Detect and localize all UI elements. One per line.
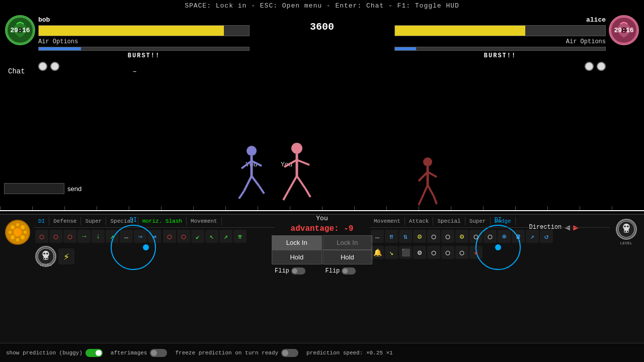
right-icon-17[interactable]: ⚙ [413, 246, 426, 259]
left-icon-2[interactable]: ◯ [49, 230, 62, 243]
svg-point-12 [291, 143, 302, 154]
svg-line-15 [297, 160, 309, 165]
flip-row: Flip Flip [272, 264, 372, 278]
right-icon-19[interactable]: ◯ [441, 246, 454, 259]
right-icon-16[interactable]: ⬛ [399, 246, 412, 259]
right-tab-special[interactable]: Special [433, 217, 465, 225]
right-hud-bars: alice Air Options BURST!! [394, 15, 606, 71]
right-icon-15[interactable]: ↘ [385, 246, 398, 259]
svg-rect-50 [624, 231, 626, 232]
right-icon-9[interactable]: ◯ [484, 230, 497, 243]
flip-label-left: Flip [275, 267, 289, 275]
svg-line-18 [297, 176, 305, 189]
right-icon-6[interactable]: ◯ [441, 230, 454, 243]
svg-line-14 [284, 160, 297, 167]
afterimages-toggle-switch[interactable] [150, 349, 167, 357]
right-icon-4[interactable]: ⚙ [413, 230, 426, 243]
right-tab-dodge[interactable]: Dodge [491, 217, 516, 225]
svg-point-31 [21, 225, 25, 229]
svg-line-16 [288, 176, 297, 191]
left-icon-15[interactable]: ⇈ [233, 230, 247, 243]
right-icon-14[interactable]: 🔔 [371, 246, 384, 259]
svg-line-10 [252, 176, 259, 186]
stage-ruler [0, 203, 644, 210]
left-icon-3[interactable]: ◯ [63, 230, 76, 243]
svg-point-35 [16, 238, 19, 241]
right-move-tabs: Movement Attack Special Super Dodge [370, 215, 610, 228]
left-burst-label: BURST!! [38, 52, 250, 59]
flip-toggle-left[interactable] [291, 267, 305, 275]
left-icon-12[interactable]: ↙ [191, 230, 204, 243]
prediction-label: show prediction (buggy) [6, 350, 83, 356]
svg-line-26 [428, 185, 434, 196]
lockin-button-right[interactable]: Lock In [323, 235, 373, 250]
right-icon-21[interactable]: ★ [469, 246, 482, 259]
right-icon-2[interactable]: ⇈ [385, 230, 398, 243]
right-icon-7[interactable]: ⚙ [455, 230, 468, 243]
left-icon-11[interactable]: ◯ [177, 230, 190, 243]
right-icon-13[interactable]: ↺ [540, 230, 553, 243]
svg-rect-51 [626, 231, 628, 232]
prediction-toggle: show prediction (buggy) [6, 349, 103, 357]
svg-point-32 [11, 235, 15, 239]
right-icon-3[interactable]: ⇅ [399, 230, 412, 243]
left-health-bar [38, 25, 250, 36]
right-icon-10[interactable]: ⊕ [498, 230, 511, 243]
left-di-circle[interactable] [111, 225, 156, 270]
left-icon-10[interactable]: ◯ [163, 230, 176, 243]
char-p1 [236, 143, 277, 204]
lockin-row: Lock In Lock In [272, 235, 372, 250]
right-player-hud: 29:16 alice Air Options BURST!! [394, 15, 639, 71]
left-tab-movement[interactable]: Movement [187, 217, 222, 225]
svg-point-42 [46, 252, 48, 254]
svg-line-7 [252, 161, 262, 166]
left-icon-14[interactable]: ↗ [219, 230, 232, 243]
right-timer: 29:16 [610, 17, 637, 44]
lockin-button-left[interactable]: Lock In [272, 235, 322, 250]
right-icon-8[interactable]: ◯ [469, 230, 482, 243]
joystick-icon [4, 219, 32, 246]
svg-line-19 [305, 189, 310, 197]
left-avatar: 29:16 [5, 15, 35, 45]
left-icon-13[interactable]: ↖ [205, 230, 218, 243]
right-icon-11[interactable]: ☎ [512, 230, 525, 243]
right-icon-12[interactable]: ↗ [526, 230, 539, 243]
flip-toggle-right[interactable] [342, 267, 356, 275]
left-tab-defense[interactable]: Defense [49, 217, 81, 225]
prediction-toggle-switch[interactable] [86, 349, 103, 357]
right-avatar: 29:16 [609, 15, 639, 45]
left-icon-extra[interactable]: ⚡ [58, 248, 74, 264]
bottom-footer: show prediction (buggy) afterimages free… [0, 343, 644, 362]
right-tab-super[interactable]: Super [465, 217, 491, 225]
hold-button-left[interactable]: Hold [272, 250, 322, 264]
right-air-options: Air Options [394, 38, 606, 45]
left-timer: 29:16 [7, 17, 34, 44]
svg-line-17 [283, 191, 288, 200]
svg-rect-43 [44, 258, 45, 259]
right-icon-grid: … ⇈ ⇅ ⚙ ◯ ◯ ⚙ ◯ ◯ ⊕ ☎ ↗ ↺ [370, 228, 610, 245]
hold-button-right[interactable]: Hold [323, 250, 373, 264]
left-player-name: bob [38, 16, 250, 24]
svg-rect-44 [46, 258, 48, 259]
left-tab-super[interactable]: Super [81, 217, 106, 225]
right-icon-20[interactable]: ◯ [455, 246, 468, 259]
right-tab-movement[interactable]: Movement [370, 217, 405, 225]
svg-line-11 [259, 186, 264, 194]
freeze-toggle-switch[interactable] [281, 349, 298, 357]
left-icon-1[interactable]: ◯ [35, 230, 48, 243]
flip-right: Flip [323, 266, 373, 276]
svg-point-48 [624, 225, 626, 227]
right-icon-5[interactable]: ◯ [427, 230, 440, 243]
left-icon-5[interactable]: ↓ [92, 230, 105, 243]
char-p2 [274, 141, 319, 206]
right-icon-1[interactable]: … [371, 230, 384, 243]
right-tab-attack[interactable]: Attack [405, 217, 434, 225]
right-burst-label: BURST!! [394, 52, 606, 59]
left-icon-4[interactable]: → [77, 230, 91, 243]
svg-line-23 [428, 172, 437, 177]
freeze-toggle: freeze prediction on turn ready [175, 349, 298, 357]
right-icon-18[interactable]: ◯ [427, 246, 440, 259]
center-you-label: You [272, 215, 372, 222]
left-control-section: DI Defense Super Special Horiz. Slash Mo… [0, 215, 274, 343]
speed-toggle: prediction speed: ×0.25 ×1 [306, 350, 393, 356]
